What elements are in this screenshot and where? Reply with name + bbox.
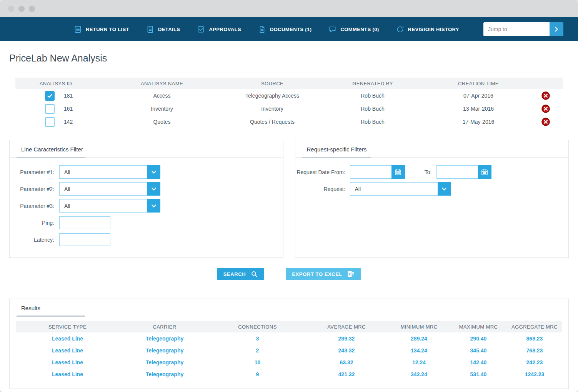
aggregate-mrc: 868.23 [507,336,562,342]
nav-label: DOCUMENTS (1) [270,27,311,32]
delete-icon [541,117,550,126]
window-control-dot-1[interactable] [8,6,14,12]
nav-details[interactable]: DETAILS [146,25,180,33]
column-header: SERVICE TYPE [16,324,119,330]
export-to-excel-button[interactable]: EXPORT TO EXCEL [286,268,361,280]
carrier[interactable]: Telegeography [119,347,210,354]
nav-approvals[interactable]: APPROVALS [197,25,241,33]
top-navbar: RETURN TO LIST DETAILS A [0,17,578,41]
date-from-input[interactable] [350,165,391,179]
results-title: Results [10,299,568,316]
service-type[interactable]: Leased Line [16,371,119,377]
parameter2-select[interactable]: All [59,182,160,196]
dropdown-button[interactable] [438,182,451,196]
analyses-table-header: ANALISYS ID ANALISYS NAME SOURCE GENERAT… [15,78,563,89]
date-to-calendar-button[interactable] [478,165,491,179]
date-from-calendar-button[interactable] [391,165,405,179]
nav-revision-history[interactable]: REVISIOIN HISTORY [396,25,459,33]
column-header: MINIMUM MRC [388,324,450,330]
nav-documents[interactable]: DOCUMENTS (1) [258,25,311,33]
minimum-mrc: 342.24 [388,371,450,377]
analysis-id: 142 [58,119,96,125]
main-content: PriceLab New Analysis ANALISYS ID ANALIS… [0,53,578,389]
delete-icon [541,91,550,100]
ping-input[interactable] [59,216,110,229]
dropdown-button[interactable] [147,165,160,179]
chevron-down-icon [150,185,158,193]
service-type[interactable]: Leased Line [16,347,119,354]
analysis-creation-time: 07-Apr-2016 [428,93,528,99]
selected-value: All [350,182,438,196]
service-type[interactable]: Leased Line [16,336,119,342]
page-title: PriceLab New Analysis [9,53,569,64]
chevron-down-icon [150,202,158,210]
row-checkbox[interactable] [45,91,55,101]
export-button-label: EXPORT TO EXCEL [292,271,342,277]
date-to-input[interactable] [436,165,478,179]
search-button-label: SEARCH [223,271,246,277]
latency-input[interactable] [59,233,110,246]
average-mrc: 243.32 [305,347,388,354]
column-header: CONNECTIONS [210,324,305,330]
selected-value: All [59,165,147,179]
nav-label: DETAILS [158,27,180,32]
document-lines-icon [146,25,154,33]
chevron-down-icon [440,185,448,193]
window-control-dot-2[interactable] [18,6,25,12]
nav-label: COMMENTS (0) [340,27,379,32]
delete-row-button[interactable] [541,117,550,126]
carrier[interactable]: Telegeography [119,371,210,377]
analysis-name: Quotes [96,119,228,125]
ping-label: Ping: [10,220,54,226]
parameter3-select[interactable]: All [59,199,160,213]
parameter1-select[interactable]: All [59,165,160,179]
search-button[interactable]: SEARCH [217,268,265,280]
analysis-creation-time: 17-May-2016 [428,119,528,125]
column-header: MAXIMUM MRC [450,324,507,330]
parameter3-label: Parameter #3: [10,203,54,209]
dropdown-button[interactable] [147,199,160,213]
average-mrc: 63.32 [305,359,388,365]
request-select[interactable]: All [350,182,451,196]
table-row: 181 Access Telegeography Access Rob Buch… [15,89,563,102]
jump-to-input[interactable] [483,22,550,36]
table-row: 161 Inventory Inventory Rob Buch 13-Mar-… [15,102,563,115]
results-table-header: SERVICE TYPE CARRIER CONNECTIONS AVERAGE… [16,321,562,332]
row-checkbox[interactable] [45,104,55,114]
nav-return-to-list[interactable]: RETURN TO LIST [74,25,129,33]
speech-bubble-icon [328,25,336,33]
average-mrc: 289.32 [305,336,388,342]
window-control-dot-3[interactable] [29,6,35,12]
carrier[interactable]: Telegeography [119,336,210,342]
jump-to-box [483,22,563,36]
nav-items: RETURN TO LIST DETAILS A [74,25,459,33]
dropdown-button[interactable] [147,182,160,196]
results-row: Leased Line Telegeography 3 289.32 289.2… [16,332,562,344]
minimum-mrc: 12.24 [388,359,450,365]
table-row: 142 Quotes Quotes / Requests Rob Buch 17… [15,115,563,128]
minimum-mrc: 134.24 [388,347,450,354]
results-row: Leased Line Telegeography 10 63.32 12.24… [16,356,562,368]
delete-row-button[interactable] [541,104,550,113]
row-checkbox[interactable] [45,117,55,127]
column-header: CREATION TIME [428,81,528,86]
filters-row: Line Caracteristics Filter Parameter #1:… [9,140,569,258]
column-header: ANALISYS NAME [96,81,228,86]
jump-to-button[interactable] [550,22,563,36]
window-chrome [0,0,578,17]
selected-value: All [59,182,147,196]
analysis-name: Inventory [96,106,228,112]
service-type[interactable]: Leased Line [16,359,119,365]
maximum-mrc: 531.40 [450,371,507,377]
maximum-mrc: 142.40 [450,359,507,365]
nav-comments[interactable]: COMMENTS (0) [328,25,379,33]
request-date-from-label: Request Date From: [295,169,345,175]
carrier[interactable]: Telegeography [119,359,210,365]
nav-label: REVISIOIN HISTORY [408,27,459,32]
maximum-mrc: 345.40 [450,347,507,354]
column-header: AGGREGATE MRC [507,324,562,330]
column-header: CARRIER [119,324,210,330]
delete-row-button[interactable] [541,91,550,100]
analysis-generated-by: Rob Buch [317,119,428,125]
minimum-mrc: 289.24 [388,336,450,342]
